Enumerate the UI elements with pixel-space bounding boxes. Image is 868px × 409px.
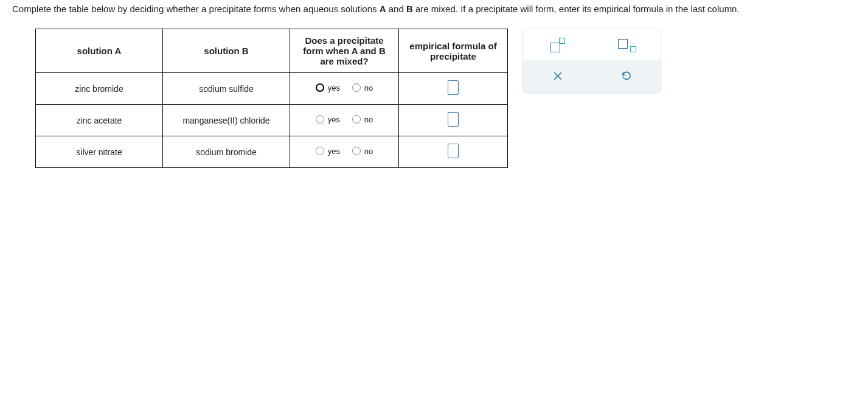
cell-solution-b: manganese(II) chloride [163,105,290,136]
cell-solution-a: zinc bromide [36,73,163,105]
superscript-tool[interactable] [546,37,569,55]
formula-input[interactable] [448,80,459,95]
radio-yes[interactable]: yes [316,83,340,93]
radio-yes[interactable]: yes [316,147,340,156]
cell-solution-a: zinc acetate [36,105,163,136]
cell-yes-no: yes no [290,73,399,105]
radio-no[interactable]: no [352,83,373,93]
formula-tool-palette [523,29,661,93]
clear-button[interactable] [546,67,569,85]
table-row: silver nitrate sodium bromide yes no [36,136,508,168]
table-row: zinc acetate manganese(II) chloride yes … [36,105,508,136]
radio-no[interactable]: no [352,115,373,124]
precipitate-table: solution A solution B Does a precipitate… [35,29,508,168]
formula-input[interactable] [448,112,459,127]
header-precipitate-forms: Does a precipitate form when A and B are… [290,29,399,73]
cell-solution-a: silver nitrate [36,136,163,168]
instructions-text: Complete the table below by deciding whe… [0,0,868,20]
cell-yes-no: yes no [290,136,399,168]
radio-no[interactable]: no [352,147,373,156]
formula-input[interactable] [448,144,459,158]
subscript-tool[interactable] [615,37,638,55]
table-row: zinc bromide sodium sulfide yes no [36,73,508,105]
reset-button[interactable] [615,67,638,85]
cell-yes-no: yes no [290,105,399,136]
header-empirical-formula: empirical formula of precipitate [399,29,508,73]
header-solution-a: solution A [36,29,163,73]
cell-solution-b: sodium sulfide [163,73,290,105]
cell-solution-b: sodium bromide [163,136,290,168]
header-solution-b: solution B [163,29,290,73]
radio-yes[interactable]: yes [316,115,340,124]
